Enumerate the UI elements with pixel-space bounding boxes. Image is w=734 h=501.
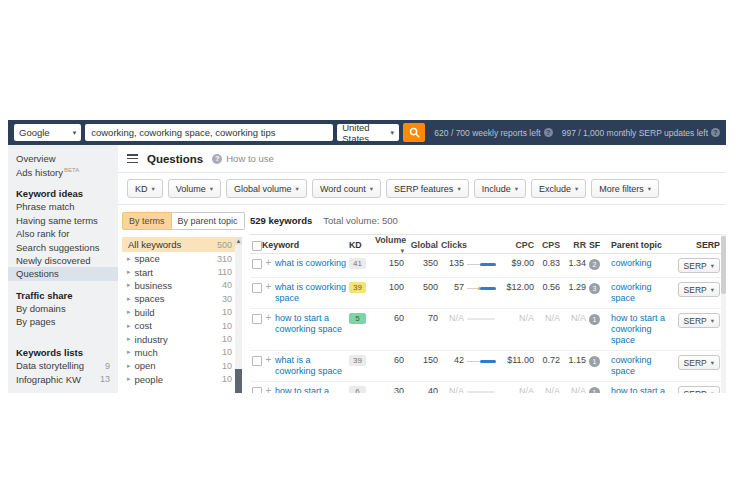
- filter-kd-button[interactable]: KD▾: [127, 179, 163, 198]
- row-checkbox[interactable]: [252, 356, 262, 366]
- search-engine-select[interactable]: Google ▾: [14, 124, 81, 141]
- filter-global-volume-button[interactable]: Global volume▾: [226, 179, 307, 198]
- parent-topic-link[interactable]: coworking space: [611, 282, 677, 304]
- term-count: 40: [222, 280, 232, 290]
- term-row-build[interactable]: ▸build10: [122, 306, 242, 319]
- search-button[interactable]: [403, 123, 425, 142]
- scroll-up-icon[interactable]: ▲: [235, 237, 242, 245]
- menu-icon[interactable]: [127, 154, 138, 163]
- sidebar-item-infographic-kw[interactable]: Infographic KW13: [8, 372, 118, 385]
- how-to-use-link[interactable]: How to use: [226, 153, 274, 164]
- sidebar-item-newly-discovered[interactable]: Newly discovered: [8, 254, 118, 267]
- cps-value: 0.83: [537, 258, 563, 269]
- sidebar-item-data-storytelling[interactable]: Data storytelling9: [8, 359, 118, 372]
- add-to-list-icon[interactable]: +: [262, 355, 275, 365]
- sparkline-empty: [467, 318, 495, 320]
- sidebar-item-also-rank-for[interactable]: Also rank for: [8, 227, 118, 240]
- term-row-cost[interactable]: ▸cost10: [122, 319, 242, 332]
- filter-word-count-button[interactable]: Word count▾: [312, 179, 381, 198]
- column-header-volume-sort[interactable]: Volume ▾: [375, 235, 407, 255]
- sidebar-item-search-suggestions[interactable]: Search suggestions: [8, 240, 118, 253]
- term-row-people[interactable]: ▸people10: [122, 373, 242, 386]
- trend-sparkline: [467, 355, 501, 368]
- sidebar-item-by-pages[interactable]: By pages: [8, 315, 118, 328]
- keyword-link[interactable]: how to start a coworking space: [275, 386, 349, 393]
- cps-value: 0.72: [537, 355, 563, 366]
- sparkline-rise-segment: [480, 263, 496, 266]
- serp-features-cell: 1: [589, 313, 611, 325]
- all-keywords-count: 500: [217, 240, 232, 250]
- keywords-count: 529 keywords: [250, 215, 312, 226]
- term-row-spaces[interactable]: ▸spaces30: [122, 292, 242, 305]
- serp-cell: SERP▾: [677, 386, 726, 393]
- sidebar-item-label: Questions: [16, 268, 59, 279]
- keyword-link[interactable]: what is coworking space: [275, 282, 349, 304]
- parent-topic-link[interactable]: coworking: [611, 258, 677, 269]
- keyword-link[interactable]: what is coworking: [275, 258, 349, 269]
- serp-features-cell: 3: [589, 282, 611, 294]
- row-checkbox[interactable]: [252, 259, 262, 269]
- table-scrollbar[interactable]: [721, 234, 726, 393]
- term-label: build: [135, 307, 155, 318]
- row-checkbox[interactable]: [252, 283, 262, 293]
- term-row-much[interactable]: ▸much10: [122, 346, 242, 359]
- parent-topic-link[interactable]: coworking space: [611, 355, 677, 377]
- serp-dropdown-button[interactable]: SERP▾: [678, 386, 720, 393]
- caret-right-icon: ▸: [127, 308, 131, 316]
- add-to-list-icon[interactable]: +: [262, 282, 275, 292]
- cpc-value: N/A: [501, 386, 537, 393]
- term-row-open[interactable]: ▸open10: [122, 359, 242, 372]
- parent-topic-link[interactable]: how to start a coworking space: [611, 313, 677, 346]
- parent-topic-link[interactable]: how to start a coworking space: [611, 386, 677, 393]
- tab-label: By parent topic: [178, 216, 238, 226]
- help-icon[interactable]: ?: [212, 154, 222, 164]
- total-volume: Total volume: 500: [323, 215, 397, 226]
- tab-by-parent-topic[interactable]: By parent topic: [172, 212, 245, 230]
- row-checkbox[interactable]: [252, 314, 262, 324]
- filter-label: SERP features: [394, 184, 453, 194]
- keywords-query-input[interactable]: [85, 124, 333, 141]
- serp-dropdown-button[interactable]: SERP▾: [678, 355, 720, 370]
- filter-exclude-button[interactable]: Exclude▾: [531, 179, 586, 198]
- sidebar-item-questions[interactable]: Questions: [8, 267, 118, 280]
- serp-dropdown-button[interactable]: SERP▾: [678, 258, 720, 273]
- row-checkbox[interactable]: [252, 387, 262, 393]
- terms-all-keywords-row[interactable]: All keywords500: [122, 237, 242, 252]
- term-label: industry: [135, 334, 168, 345]
- info-icon[interactable]: ?: [544, 128, 553, 137]
- volume-header-label: Volume: [375, 235, 406, 245]
- filter-label: More filters: [599, 184, 644, 194]
- term-row-business[interactable]: ▸business40: [122, 279, 242, 292]
- global-volume-value: 40: [407, 386, 441, 393]
- chevron-down-icon: ▾: [391, 129, 395, 137]
- scrollbar-thumb[interactable]: [235, 369, 242, 393]
- kd-badge: 5: [349, 313, 366, 324]
- sidebar-item-by-domains[interactable]: By domains: [8, 302, 118, 315]
- term-row-start[interactable]: ▸start110: [122, 265, 242, 278]
- country-select[interactable]: United States ▾: [337, 124, 399, 141]
- add-to-list-icon[interactable]: +: [262, 313, 275, 323]
- info-icon[interactable]: ?: [711, 128, 720, 137]
- select-all-checkbox[interactable]: [252, 241, 262, 251]
- filter-more-filters-button[interactable]: More filters▾: [591, 179, 659, 198]
- filter-serp-features-button[interactable]: SERP features▾: [386, 179, 469, 198]
- serp-dropdown-button[interactable]: SERP▾: [678, 282, 720, 297]
- term-row-industry[interactable]: ▸industry10: [122, 332, 242, 345]
- keyword-link[interactable]: how to start a coworking space: [275, 313, 349, 335]
- sidebar-item-overview[interactable]: Overview: [8, 152, 118, 165]
- filter-include-button[interactable]: Include▾: [474, 179, 526, 198]
- terms-scrollbar[interactable]: ▲: [235, 237, 242, 393]
- serp-dropdown-button[interactable]: SERP▾: [678, 313, 720, 328]
- filter-volume-button[interactable]: Volume▾: [168, 179, 221, 198]
- keyword-link[interactable]: what is a coworking space: [275, 355, 349, 377]
- sidebar-item-phrase-match[interactable]: Phrase match: [8, 200, 118, 213]
- sidebar-item-having-same-terms[interactable]: Having same terms: [8, 214, 118, 227]
- add-to-list-icon[interactable]: +: [262, 386, 275, 393]
- add-to-list-icon[interactable]: +: [262, 258, 275, 268]
- scrollbar-thumb[interactable]: [721, 236, 726, 294]
- tab-by-terms[interactable]: By terms: [122, 212, 172, 230]
- sidebar-item-ads-history[interactable]: Ads historyBETA: [8, 165, 118, 178]
- clicks-value: N/A: [441, 313, 467, 324]
- term-count: 10: [222, 347, 232, 357]
- term-row-space[interactable]: ▸space310: [122, 252, 242, 265]
